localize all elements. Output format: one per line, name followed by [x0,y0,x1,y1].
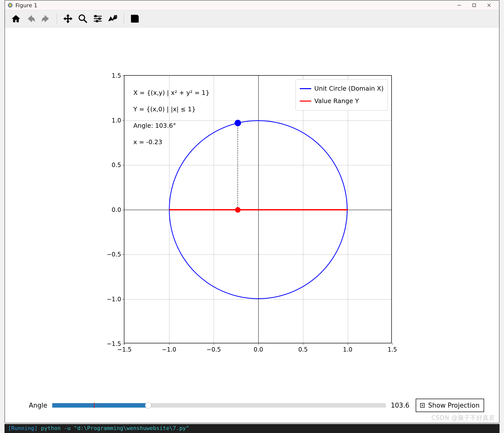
svg-rect-12 [96,20,98,22]
controls-row: Angle 103.6 ✕ Show Projection [5,398,499,413]
value-range-line [169,209,348,210]
tick [122,299,124,300]
svg-rect-2 [473,4,476,7]
yticklabel: 1.5 [112,72,121,79]
tick [303,343,303,345]
slider-thumb[interactable] [145,402,151,409]
yticklabel: −0.5 [107,251,121,258]
tick [122,254,124,255]
save-button[interactable] [128,12,141,25]
close-button[interactable] [482,0,497,10]
terminal-cmd: python -u "d:\Programming\wenshuwebsite\… [38,425,189,431]
checkbox-label: Show Projection [428,402,480,409]
legend-entry: Value Range Y [300,95,384,107]
titlebar: Figure 1 [5,0,499,10]
watermark: CSDN @脑子不好真若 [431,414,495,422]
tick [169,343,169,345]
legend-swatch [300,101,311,102]
terminal-running: [Running] [8,425,38,431]
yticklabel: 1.0 [112,117,121,124]
toolbar [5,10,499,27]
xticklabel: −1.0 [162,346,176,353]
back-button[interactable] [24,12,37,25]
forward-button[interactable] [39,12,52,25]
tick [258,343,259,345]
tick [122,344,124,344]
tick [124,343,125,345]
gridline [124,299,391,300]
window-frame: Figure 1 [4,0,500,423]
tick [214,343,214,345]
toolbar-separator [124,13,124,24]
angle-slider[interactable] [52,403,386,408]
show-projection-checkbox[interactable]: ✕ Show Projection [416,399,484,412]
gridline [348,76,348,343]
yticklabel: −1.5 [107,340,121,347]
app-icon [7,2,13,8]
xticklabel: 0.5 [298,346,308,353]
svg-point-5 [79,15,85,20]
yticklabel: −1.0 [107,296,121,303]
figure-canvas[interactable]: X = {(x,y) | x² + y² = 1} Y = {(x,0) | |… [5,27,499,423]
tick [122,121,124,121]
tick [392,343,393,345]
annotation-defX: X = {(x,y) | x² + y² = 1} [133,89,209,96]
circle-point [235,120,241,126]
plot-axes[interactable]: X = {(x,y) | x² + y² = 1} Y = {(x,0) | |… [124,75,392,343]
svg-rect-11 [99,18,100,19]
annotation-angle: Angle: 103.6° [133,122,176,129]
legend-swatch [300,88,311,89]
annotation-xval: x = -0.23 [133,138,162,146]
legend-label: Value Range Y [314,95,359,107]
configure-subplots-button[interactable] [91,12,104,25]
maximize-button[interactable] [467,0,482,10]
minimize-button[interactable] [452,0,467,10]
xticklabel: 1.0 [343,346,352,353]
xticklabel: 0.0 [253,346,263,353]
xticklabel: 1.5 [388,346,397,353]
home-button[interactable] [9,12,22,25]
legend-label: Unit Circle (Domain X) [314,82,384,95]
yticklabel: 0.0 [112,206,121,213]
terminal-strip: [Running] python -u "d:\Programming\wens… [4,424,500,433]
tick [122,76,124,76]
projection-point [235,207,241,213]
pan-button[interactable] [61,12,74,25]
tick [348,343,348,345]
legend: Unit Circle (Domain X) Value Range Y [296,79,388,111]
annotation-defY: Y = {(x,0) | |x| ≤ 1} [133,106,196,113]
svg-line-6 [84,20,87,23]
xticklabel: −0.5 [206,346,221,353]
checkbox-icon: ✕ [420,403,425,408]
projection-line [237,123,238,210]
edit-parameters-button[interactable] [106,12,119,25]
legend-entry: Unit Circle (Domain X) [300,82,384,95]
zoom-button[interactable] [76,12,89,25]
slider-fill [52,403,148,408]
slider-value: 103.6 [391,402,411,409]
yticklabel: 0.5 [112,162,121,169]
toolbar-separator [57,13,57,24]
window-title: Figure 1 [15,2,37,8]
svg-rect-10 [95,15,96,17]
slider-label: Angle [22,402,47,409]
tick [122,165,124,165]
slider-init-marker [94,403,95,408]
svg-point-0 [8,3,12,7]
tick [122,210,124,210]
